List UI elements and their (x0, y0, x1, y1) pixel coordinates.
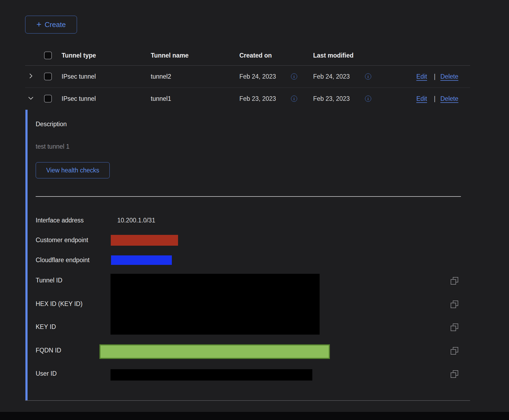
copy-icon[interactable] (451, 370, 458, 378)
tunnel-id-label: Tunnel ID (36, 277, 62, 284)
ids-redaction-block (110, 274, 320, 335)
table-bottom-divider (25, 400, 470, 401)
cloudflare-endpoint-redaction (111, 255, 172, 265)
fqdn-id-redaction (99, 344, 330, 359)
table-header-row: Tunnel type Tunnel name Created on Last … (25, 45, 470, 66)
plus-icon: + (36, 20, 42, 29)
row-checkbox[interactable] (44, 95, 52, 103)
delete-link[interactable]: Delete (440, 73, 458, 80)
copy-icon[interactable] (451, 277, 458, 285)
row-checkbox-cell (44, 95, 52, 103)
create-button-label: Create (45, 21, 66, 29)
last-modified-info-icon[interactable]: i (365, 96, 371, 102)
tunnels-page: + Create Tunnel type Tunnel name Created… (0, 0, 509, 420)
table-row-tunnel1: IPsec tunnel tunnel1 Feb 23, 2023 i Feb … (25, 88, 470, 110)
edit-link[interactable]: Edit (416, 95, 427, 102)
tunnel-type-cell: IPsec tunnel (62, 73, 96, 80)
chevron-right-icon[interactable] (27, 72, 34, 79)
select-all-checkbox-cell (44, 52, 52, 59)
customer-endpoint-label: Customer endpoint (36, 236, 88, 244)
column-header-tunnel-name: Tunnel name (151, 52, 189, 59)
select-all-checkbox[interactable] (44, 52, 52, 59)
table-row-tunnel2: IPsec tunnel tunnel2 Feb 24, 2023 i Feb … (25, 65, 470, 88)
row-checkbox[interactable] (44, 73, 52, 81)
copy-icon[interactable] (451, 347, 458, 355)
key-id-label: KEY ID (36, 323, 56, 331)
create-button[interactable]: + Create (25, 16, 77, 34)
last-modified-info-icon[interactable]: i (365, 74, 371, 80)
expand-row-cell (27, 72, 35, 81)
customer-endpoint-redaction (111, 235, 178, 246)
created-on-info-icon[interactable]: i (291, 96, 297, 102)
created-on-cell: Feb 24, 2023 (239, 73, 276, 80)
hex-id-label: HEX ID (KEY ID) (36, 300, 82, 308)
expanded-row-indicator-bar (25, 110, 28, 400)
description-label: Description (36, 121, 67, 128)
window-bottom-edge (0, 412, 509, 420)
column-header-created-on: Created on (239, 52, 272, 59)
fqdn-id-label: FQDN ID (36, 347, 61, 354)
tunnel-name-cell: tunnel2 (151, 73, 171, 80)
column-header-last-modified: Last modified (313, 52, 354, 59)
view-health-checks-button[interactable]: View health checks (36, 162, 110, 178)
last-modified-cell: Feb 24, 2023 (313, 73, 350, 80)
collapse-row-cell (27, 95, 35, 103)
interface-address-label: Interface address (36, 217, 84, 224)
delete-link[interactable]: Delete (440, 95, 458, 102)
description-value: test tunnel 1 (36, 143, 69, 150)
tunnel-type-cell: IPsec tunnel (62, 95, 96, 102)
action-separator: | (434, 73, 436, 80)
row-checkbox-cell (44, 73, 52, 81)
column-header-tunnel-type: Tunnel type (62, 52, 96, 59)
chevron-down-icon[interactable] (27, 95, 34, 102)
copy-icon[interactable] (451, 301, 458, 308)
action-separator: | (434, 95, 436, 102)
user-id-label: User ID (36, 370, 57, 377)
created-on-cell: Feb 23, 2023 (239, 95, 276, 102)
created-on-info-icon[interactable]: i (291, 74, 297, 80)
tunnel-name-cell: tunnel1 (151, 95, 171, 102)
cloudflare-endpoint-label: Cloudflare endpoint (36, 256, 89, 264)
last-modified-cell: Feb 23, 2023 (313, 95, 350, 102)
panel-divider (36, 196, 461, 197)
edit-link[interactable]: Edit (416, 73, 427, 80)
user-id-redaction (110, 369, 312, 381)
interface-address-value: 10.200.1.0/31 (117, 217, 155, 224)
copy-icon[interactable] (451, 324, 458, 331)
